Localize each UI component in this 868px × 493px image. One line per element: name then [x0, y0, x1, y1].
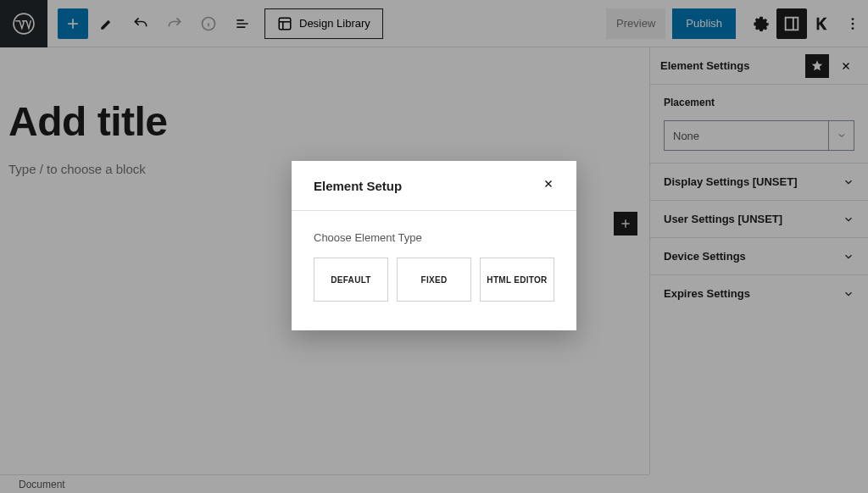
- element-setup-modal: Element Setup Choose Element Type DEFAUL…: [292, 161, 576, 330]
- modal-title: Element Setup: [314, 179, 402, 193]
- element-type-html-editor[interactable]: HTML EDITOR: [480, 258, 554, 302]
- modal-close-button[interactable]: [542, 178, 554, 193]
- element-type-row: DEFAULT FIXED HTML EDITOR: [314, 258, 554, 302]
- modal-header: Element Setup: [292, 161, 576, 211]
- element-type-fixed[interactable]: FIXED: [397, 258, 471, 302]
- modal-body: Choose Element Type DEFAULT FIXED HTML E…: [292, 211, 576, 330]
- element-type-default[interactable]: DEFAULT: [314, 258, 388, 302]
- modal-subtitle: Choose Element Type: [314, 231, 554, 244]
- close-icon: [542, 178, 554, 190]
